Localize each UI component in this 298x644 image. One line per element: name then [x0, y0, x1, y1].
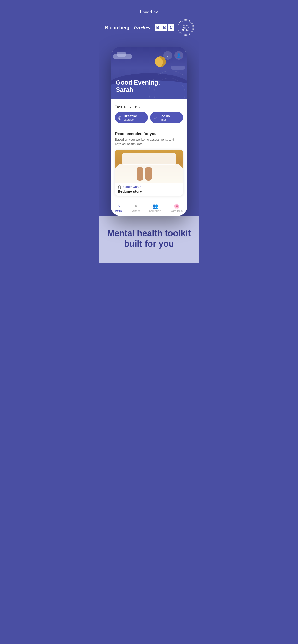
cloud-1 [113, 54, 132, 59]
breathe-icon: ◎ [118, 115, 122, 120]
focus-timer-button[interactable]: ⏱ Focus Timer [150, 112, 183, 124]
nav-explore[interactable]: ● Explore [131, 203, 140, 212]
bed-image [115, 150, 183, 183]
phone-container: ♪ 👤 Good Evening,Sarah Take a moment ◎ B… [99, 40, 199, 216]
breathe-exercise-button[interactable]: ◎ Breathe Exercise [115, 112, 148, 124]
profile-icon-button[interactable]: 👤 [175, 51, 183, 60]
apple-award-brand: AppleApp OfThe Day [179, 20, 193, 35]
header-icons: ♪ 👤 [163, 51, 183, 60]
music-icon-button[interactable]: ♪ [163, 51, 172, 60]
timer-icon: ⏱ [153, 115, 158, 120]
divider [115, 128, 183, 128]
foot-right [145, 168, 152, 181]
pillow [122, 153, 176, 165]
community-icon: 👥 [152, 203, 158, 209]
nav-community[interactable]: 👥 Community [149, 203, 162, 212]
focus-text: Focus Timer [159, 114, 170, 121]
bedtime-story-card[interactable]: 🎧 GUIDED AUDIO Bedtime story [115, 150, 183, 196]
greeting-text: Good Evening,Sarah [116, 79, 160, 94]
card-bottom: 🎧 GUIDED AUDIO Bedtime story [115, 183, 183, 196]
recommended-title: Recommended for you [115, 132, 183, 136]
guided-audio-badge: 🎧 GUIDED AUDIO [118, 186, 142, 189]
bbc-brand: B B C [155, 24, 174, 31]
brands-row: Bloomberg Forbes B B C AppleApp OfThe Da… [104, 20, 194, 35]
moment-buttons: ◎ Breathe Exercise ⏱ Focus Timer [115, 112, 183, 124]
foot-left [136, 168, 143, 181]
community-label: Community [149, 210, 162, 212]
explore-icon: ● [134, 203, 137, 209]
tagline: Mental health toolkit built for you [106, 228, 192, 249]
care-team-label: Care Team [171, 210, 183, 212]
loved-by-label: Loved by [104, 10, 194, 14]
explore-label: Explore [131, 210, 140, 212]
bottom-nav: ⌂ Home ● Explore 👥 Community 🌸 Care Team [111, 200, 187, 216]
phone-mockup: ♪ 👤 Good Evening,Sarah Take a moment ◎ B… [111, 47, 187, 216]
forbes-brand: Forbes [134, 24, 150, 31]
cloud-2 [171, 66, 185, 70]
breathe-text: Breathe Exercise [123, 114, 137, 121]
take-moment-label: Take a moment [115, 104, 183, 108]
headphones-icon: 🎧 [118, 186, 122, 189]
phone-content: Take a moment ◎ Breathe Exercise ⏱ Focus… [111, 100, 187, 200]
care-team-icon: 🌸 [174, 203, 180, 209]
bedtime-story-title: Bedtime story [118, 189, 142, 193]
bloomberg-brand: Bloomberg [105, 25, 129, 30]
phone-header: ♪ 👤 Good Evening,Sarah [111, 47, 187, 100]
top-section: Loved by Bloomberg Forbes B B C AppleApp… [99, 0, 199, 40]
nav-care-team[interactable]: 🌸 Care Team [171, 203, 183, 212]
nav-home[interactable]: ⌂ Home [115, 203, 122, 212]
bottom-section: Mental health toolkit built for you [99, 216, 199, 263]
recommended-desc: Based on your wellbeing assessments and … [115, 138, 183, 146]
home-icon: ⌂ [117, 203, 120, 209]
home-label: Home [115, 210, 122, 212]
